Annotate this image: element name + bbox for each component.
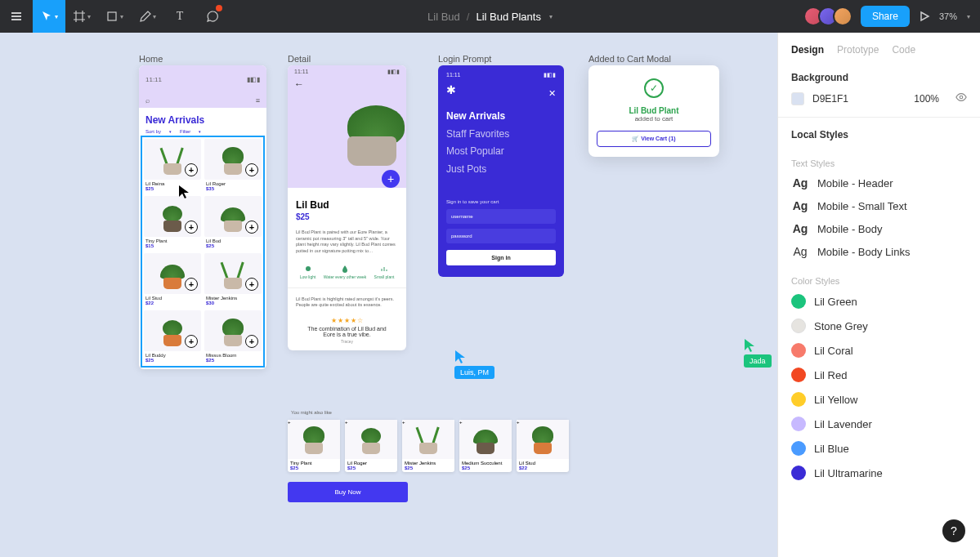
view-cart-button[interactable]: 🛒 View Cart (1) <box>597 131 711 147</box>
opacity-value[interactable]: 100% <box>914 93 939 105</box>
add-icon[interactable]: + <box>245 335 258 348</box>
zoom-level[interactable]: 37% <box>939 11 957 21</box>
help-button[interactable]: ? <box>942 519 965 542</box>
ymal-card[interactable]: +Tiny Plant$25 <box>288 420 340 472</box>
product-grid[interactable]: +Lil Reina$25 +Lil Roger$35 +Tiny Plant$… <box>142 137 263 366</box>
text-style-row[interactable]: AgMobile - Body <box>778 217 980 240</box>
ymal-card[interactable]: +Lil Stud$22 <box>517 420 569 472</box>
menu-button[interactable] <box>0 0 33 33</box>
product-card[interactable]: +Lil Stud$22 <box>144 253 201 307</box>
add-icon[interactable]: + <box>185 278 198 291</box>
comment-tool[interactable] <box>196 0 229 33</box>
cart-icon: 🛒 <box>632 136 641 141</box>
back-icon[interactable]: ← <box>288 78 406 90</box>
color-style-row[interactable]: Lil Blue <box>778 436 980 461</box>
present-button[interactable] <box>918 0 931 33</box>
breadcrumb[interactable]: Lil Bud / Lil Bud Plants ▾ <box>427 11 553 23</box>
add-icon[interactable]: + <box>185 163 198 176</box>
notification-dot <box>216 5 222 11</box>
product-description: Lil Bud Plant is paired with our Eore Pl… <box>296 229 398 255</box>
signin-button[interactable]: Sign in <box>446 250 556 265</box>
product-image: + <box>288 90 406 180</box>
buy-now-button[interactable]: Buy Now <box>288 482 408 502</box>
share-button[interactable]: Share <box>861 6 910 27</box>
filter-dropdown[interactable]: Filter <box>180 129 190 134</box>
nav-links: New Arrivals Staff Favorites Most Popula… <box>446 108 556 178</box>
password-input[interactable]: password <box>446 229 556 243</box>
chevron-down-icon[interactable]: ▾ <box>549 13 553 20</box>
frame-login[interactable]: 11:11▮◧▮ ✱ ✕ New Arrivals Staff Favorite… <box>438 65 564 277</box>
frame-detail[interactable]: 11:11▮◧▮ ← + Lil Bud $25 Lil Bud Plant i… <box>288 65 406 350</box>
frame-label[interactable]: Added to Cart Modal <box>588 54 671 64</box>
detail-bottom-section[interactable]: You might also like +Tiny Plant$25 +Lil … <box>288 410 574 502</box>
add-icon[interactable]: + <box>185 221 198 234</box>
shape-tool[interactable]: ▾ <box>98 0 131 33</box>
color-style-row[interactable]: Lil Red <box>778 363 980 387</box>
add-icon[interactable]: + <box>245 278 258 291</box>
inspector-tabs: Design Prototype Code <box>778 33 980 65</box>
ymal-card[interactable]: +Mister Jenkins$25 <box>402 420 454 472</box>
color-hex[interactable]: D9E1F1 <box>812 93 848 105</box>
ymal-card[interactable]: +Lil Roger$25 <box>345 420 397 472</box>
frame-tool[interactable]: ▾ <box>65 0 98 33</box>
text-style-row[interactable]: AgMobile - Body Links <box>778 240 980 263</box>
product-card[interactable]: +Mister Jenkins$30 <box>204 253 262 307</box>
status-bar: 11:11▮◧▮ <box>139 65 266 93</box>
visibility-icon[interactable] <box>955 91 967 105</box>
ymal-card[interactable]: +Medium Succulent$25 <box>459 420 512 472</box>
frame-label[interactable]: Login Prompt <box>438 54 491 64</box>
product-title: Lil Bud <box>296 199 398 211</box>
frame-modal[interactable]: ✓ Lil Bud Plant added to cart 🛒 View Car… <box>588 65 719 157</box>
frame-label[interactable]: Detail <box>288 54 311 64</box>
username-input[interactable]: username <box>446 209 556 224</box>
chevron-down-icon[interactable]: ▾ <box>967 13 970 20</box>
design-canvas[interactable]: Home 11:11▮◧▮ ⌕ ≡ New Arrivals Sort by▾ … <box>0 33 776 557</box>
star-rating: ★★★★☆ <box>296 317 398 324</box>
pen-tool[interactable]: ▾ <box>131 0 163 33</box>
collaborator-avatars[interactable] <box>808 7 852 26</box>
color-dot <box>791 417 806 431</box>
tab-code[interactable]: Code <box>892 44 915 56</box>
add-icon[interactable]: + <box>245 221 258 234</box>
avatar[interactable] <box>833 7 852 26</box>
color-swatch[interactable] <box>791 92 804 105</box>
sort-dropdown[interactable]: Sort by <box>145 129 161 134</box>
inspector-panel: Design Prototype Code Background D9E1F1 … <box>777 33 980 557</box>
check-icon: ✓ <box>644 78 664 98</box>
product-card[interactable]: +Missus Bloom$25 <box>204 310 262 364</box>
svg-point-2 <box>960 96 963 99</box>
product-card[interactable]: +Lil Roger$35 <box>204 139 262 193</box>
product-card[interactable]: +Lil Bud$25 <box>204 196 262 250</box>
frame-home[interactable]: 11:11▮◧▮ ⌕ ≡ New Arrivals Sort by▾ Filte… <box>139 65 266 369</box>
remote-cursor-jada: Jada <box>744 338 772 368</box>
color-dot <box>791 319 806 333</box>
product-price: $25 <box>296 212 398 221</box>
breadcrumb-parent[interactable]: Lil Bud <box>427 11 460 23</box>
breadcrumb-current[interactable]: Lil Bud Plants <box>476 11 541 23</box>
background-heading: Background <box>791 72 967 83</box>
product-card[interactable]: +Lil Buddy$25 <box>144 310 201 364</box>
color-style-row[interactable]: Lil Lavender <box>778 412 980 436</box>
section-heading: New Arrivals <box>139 108 266 129</box>
tab-design[interactable]: Design <box>791 44 824 56</box>
add-icon[interactable]: + <box>185 335 198 348</box>
close-icon[interactable]: ✕ <box>548 88 556 99</box>
tab-prototype[interactable]: Prototype <box>837 44 879 56</box>
frame-label[interactable]: Home <box>139 54 163 64</box>
color-style-row[interactable]: Lil Ultramarine <box>778 461 980 485</box>
text-style-row[interactable]: AgMobile - Small Text <box>778 194 980 217</box>
product-card[interactable]: +Tiny Plant$15 <box>144 196 201 250</box>
add-fab[interactable]: + <box>382 170 400 188</box>
care-info: Low light Water every other week Small p… <box>296 265 398 279</box>
color-style-row[interactable]: Stone Grey <box>778 314 980 338</box>
text-style-row[interactable]: AgMobile - Header <box>778 172 980 194</box>
text-tool[interactable]: T <box>163 0 196 33</box>
move-tool[interactable]: ▾ <box>33 0 65 33</box>
color-style-row[interactable]: Lil Yellow <box>778 387 980 412</box>
color-dot <box>791 294 806 309</box>
svg-point-1 <box>306 266 311 271</box>
color-style-row[interactable]: Lil Green <box>778 289 980 314</box>
product-card[interactable]: +Lil Reina$25 <box>144 139 201 193</box>
color-style-row[interactable]: Lil Coral <box>778 338 980 363</box>
add-icon[interactable]: + <box>245 163 258 176</box>
